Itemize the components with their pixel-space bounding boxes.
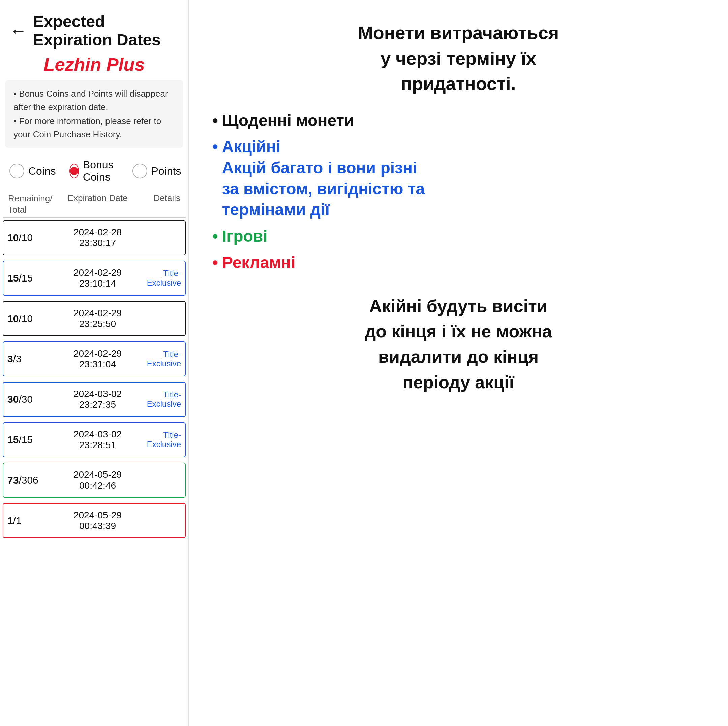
bullet-label-daily: Щоденні монети <box>222 110 354 131</box>
bullet-label-ad: Рекламні <box>222 252 295 273</box>
table-rows: 10/10 2024-02-28 23:30:17 15/15 2024-02-… <box>0 218 188 541</box>
col-header-remaining: Remaining/Total <box>8 193 62 216</box>
bullet-ad: • Рекламні <box>213 252 704 273</box>
bullet-daily: • Щоденні монети <box>213 110 704 131</box>
row-expiration-1: 2024-02-28 23:30:17 <box>61 227 134 249</box>
radio-coins[interactable]: Coins <box>9 164 56 178</box>
row-remaining-bold-3: 10 <box>8 313 18 324</box>
table-row: 3/3 2024-02-29 23:31:04 Title-Exclusive <box>3 342 186 377</box>
row-expiration-6: 2024-03-02 23:28:51 <box>61 429 134 451</box>
row-remaining-3: 10/10 <box>8 313 61 324</box>
row-remaining-bold-4: 3 <box>8 353 13 365</box>
radio-circle-coins[interactable] <box>9 164 24 178</box>
radio-inner-bonus-coins <box>70 167 78 175</box>
row-details-4[interactable]: Title-Exclusive <box>134 349 181 368</box>
row-remaining-2: 15/15 <box>8 272 61 284</box>
row-remaining-6: 15/15 <box>8 434 61 445</box>
row-remaining-total-7: /306 <box>18 474 38 486</box>
bullet-dot-daily: • <box>213 110 218 131</box>
table-row: 30/30 2024-03-02 23:27:35 Title-Exclusiv… <box>3 382 186 417</box>
row-details-2[interactable]: Title-Exclusive <box>134 269 181 288</box>
left-panel: ← Expected Expiration Dates Lezhin Plus … <box>0 0 189 726</box>
radio-points[interactable]: Points <box>133 164 181 178</box>
row-remaining-7: 73/306 <box>8 474 61 486</box>
page-title: Expected Expiration Dates <box>33 12 179 49</box>
row-remaining-bold-1: 10 <box>8 232 18 243</box>
row-remaining-5: 30/30 <box>8 394 61 405</box>
table-row: 10/10 2024-02-29 23:25:50 <box>3 301 186 336</box>
row-remaining-total-2: /15 <box>18 272 33 284</box>
row-remaining-total-8: /1 <box>13 515 21 526</box>
row-remaining-total-5: /30 <box>18 394 33 405</box>
row-expiration-5: 2024-03-02 23:27:35 <box>61 389 134 410</box>
row-expiration-3: 2024-02-29 23:25:50 <box>61 308 134 329</box>
bottom-annotation: Акійні будуть висітидо кінця і їх не мож… <box>213 294 704 395</box>
row-remaining-bold-7: 73 <box>8 474 18 486</box>
row-remaining-1: 10/10 <box>8 232 61 244</box>
bullet-dot-game: • <box>213 226 218 247</box>
bullet-game: • Ігрові <box>213 226 704 247</box>
info-text-line2: • For more information, please refer to … <box>14 114 175 142</box>
row-remaining-total-6: /15 <box>18 434 33 445</box>
bullet-label-game: Ігрові <box>222 226 268 247</box>
radio-circle-points[interactable] <box>133 164 147 178</box>
radio-label-points: Points <box>151 165 181 177</box>
row-details-5[interactable]: Title-Exclusive <box>134 390 181 409</box>
radio-bonus-coins[interactable]: Bonus Coins <box>69 159 119 183</box>
table-header: Remaining/Total Expiration Date Details <box>3 189 186 218</box>
col-header-details: Details <box>133 193 180 216</box>
row-expiration-2: 2024-02-29 23:10:14 <box>61 267 134 289</box>
row-expiration-7: 2024-05-29 00:42:46 <box>61 470 134 491</box>
row-remaining-bold-2: 15 <box>8 272 18 284</box>
table-row: 73/306 2024-05-29 00:42:46 <box>3 463 186 498</box>
radio-label-bonus-coins: Bonus Coins <box>83 159 119 183</box>
bullet-promo: • АкційніАкцій багато і вони різніза вмі… <box>213 136 704 221</box>
table-row: 1/1 2024-05-29 00:43:39 <box>3 503 186 538</box>
page-header: ← Expected Expiration Dates <box>0 0 188 53</box>
info-box: • Bonus Coins and Points will disappear … <box>5 80 183 148</box>
table-row: 15/15 2024-03-02 23:28:51 Title-Exclusiv… <box>3 422 186 457</box>
right-panel: Монети витрачаютьсяу черзі терміну їхпри… <box>189 0 728 726</box>
brand-title: Lezhin Plus <box>0 53 188 80</box>
row-remaining-bold-5: 30 <box>8 394 18 405</box>
bullet-dot-ad: • <box>213 252 218 273</box>
row-details-6[interactable]: Title-Exclusive <box>134 430 181 449</box>
row-expiration-4: 2024-02-29 23:31:04 <box>61 348 134 370</box>
bullet-dot-promo: • <box>213 136 218 157</box>
row-remaining-bold-8: 1 <box>8 515 13 526</box>
row-remaining-total-1: /10 <box>18 232 33 243</box>
row-remaining-8: 1/1 <box>8 515 61 526</box>
back-button[interactable]: ← <box>9 22 27 40</box>
radio-label-coins: Coins <box>28 165 56 177</box>
row-remaining-total-3: /10 <box>18 313 33 324</box>
bullets-section: • Щоденні монети • АкційніАкцій багато і… <box>213 110 704 273</box>
row-remaining-4: 3/3 <box>8 353 61 365</box>
col-header-expiration: Expiration Date <box>62 193 133 216</box>
row-expiration-8: 2024-05-29 00:43:39 <box>61 510 134 531</box>
info-text-line1: • Bonus Coins and Points will disappear … <box>14 87 175 114</box>
row-remaining-total-4: /3 <box>13 353 21 365</box>
main-annotation: Монети витрачаютьсяу черзі терміну їхпри… <box>213 20 704 97</box>
bullet-label-promo: АкційніАкцій багато і вони різніза вміст… <box>222 136 425 221</box>
radio-circle-bonus-coins[interactable] <box>69 164 79 178</box>
row-remaining-bold-6: 15 <box>8 434 18 445</box>
table-row: 10/10 2024-02-28 23:30:17 <box>3 220 186 255</box>
table-row: 15/15 2024-02-29 23:10:14 Title-Exclusiv… <box>3 261 186 296</box>
radio-group: Coins Bonus Coins Points <box>0 148 188 189</box>
